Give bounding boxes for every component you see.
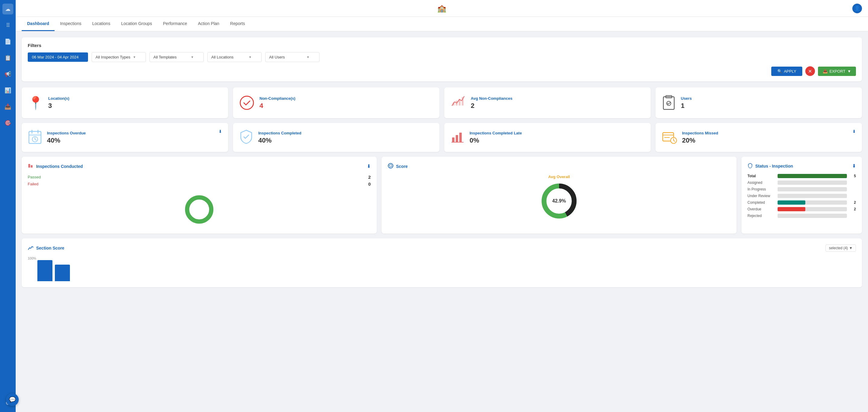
status-row: Under Review — [747, 194, 856, 198]
cloud-icon[interactable]: ☁ — [2, 4, 13, 14]
metric-avg-non-compliance: Avg Non-Compliances 2 — [444, 87, 651, 118]
metric-locations-value: 3 — [48, 102, 222, 110]
svg-point-28 — [187, 197, 211, 222]
metric-users-label: Users — [681, 96, 856, 101]
status-bar-fill — [778, 200, 805, 204]
export-button[interactable]: 📤 EXPORT ▼ — [818, 67, 856, 76]
document-icon[interactable]: 📄 — [2, 36, 13, 47]
metric-completed-late-value: 0% — [470, 136, 645, 145]
bar — [37, 260, 53, 281]
selected-button[interactable]: selected (4) ▼ — [826, 245, 856, 252]
bar — [55, 265, 70, 281]
megaphone-icon[interactable]: 📢 — [2, 69, 13, 80]
metric-overdue-value: 40% — [47, 136, 214, 145]
status-row-label: Rejected — [747, 214, 775, 218]
metric-completed-late-label: Inspections Completed Late — [470, 131, 645, 135]
chevron-down-icon: ▼ — [849, 246, 852, 250]
status-row-count: 2 — [850, 207, 856, 211]
section-score-icon — [28, 245, 34, 252]
metric-non-compliance-label: Non-Compliance(s) — [259, 96, 433, 101]
status-rows: Total 5 Assigned In Progress Under Revie… — [747, 174, 856, 218]
status-row: Assigned — [747, 181, 856, 185]
inspection-types-filter[interactable]: All Inspection Types ▼ — [92, 52, 146, 62]
filters-row: 06 Mar 2024 - 04 Apr 2024 All Inspection… — [28, 52, 856, 62]
tab-action-plan[interactable]: Action Plan — [193, 17, 225, 31]
tab-performance[interactable]: Performance — [158, 17, 193, 31]
tab-locations[interactable]: Locations — [87, 17, 116, 31]
status-bar-bg — [778, 207, 847, 211]
status-row: In Progress — [747, 187, 856, 191]
status-bar-bg — [778, 214, 847, 218]
passed-label: Passed — [28, 175, 41, 179]
metric-avg-label: Avg Non-Compliances — [471, 96, 645, 101]
metric-avg-value: 2 — [471, 102, 645, 110]
status-row-label: Completed — [747, 200, 775, 204]
download-overdue-icon[interactable]: ⬇ — [218, 129, 222, 134]
metric-completed-label: Inspections Completed — [258, 131, 433, 135]
chevron-down-icon: ▼ — [847, 69, 851, 73]
conducted-donut — [28, 191, 371, 227]
status-row: Completed 2 — [747, 200, 856, 204]
download-status-icon[interactable]: ⬇ — [852, 163, 856, 169]
svg-rect-4 — [462, 97, 464, 105]
svg-line-14 — [35, 139, 36, 140]
chevron-down-icon: ▼ — [191, 56, 194, 59]
svg-rect-3 — [459, 99, 461, 105]
inbox-icon[interactable]: 📥 — [2, 101, 13, 112]
document2-icon[interactable]: 📋 — [2, 53, 13, 63]
metric-completed-late: Inspections Completed Late 0% — [444, 123, 651, 152]
tab-dashboard[interactable]: Dashboard — [22, 17, 55, 31]
passed-value: 2 — [368, 175, 371, 180]
status-bar-bg — [778, 181, 847, 185]
score-donut: 42.9% — [539, 182, 579, 221]
metric-users: Users 1 — [655, 87, 862, 118]
status-row-label: Under Review — [747, 194, 775, 198]
score-icon — [388, 163, 394, 170]
metric-users-value: 1 — [681, 102, 856, 110]
svg-rect-2 — [456, 101, 458, 105]
download-conducted-icon[interactable]: ⬇ — [367, 163, 371, 169]
apply-button[interactable]: 🔍 APPLY — [771, 67, 802, 76]
calendar-clock-icon — [28, 129, 42, 146]
check-circle-icon — [239, 95, 255, 110]
clipboard-icon — [661, 94, 676, 111]
svg-rect-15 — [452, 137, 455, 142]
status-bar-fill — [778, 207, 805, 211]
section-score-card: Section Score selected (4) ▼ 100% — [22, 239, 862, 287]
templates-filter[interactable]: All Templates ▼ — [150, 52, 204, 62]
users-filter[interactable]: All Users ▼ — [265, 52, 319, 62]
date-range-filter[interactable]: 06 Mar 2024 - 04 Apr 2024 — [28, 53, 88, 62]
chevron-down-icon: ▼ — [249, 56, 252, 59]
status-row-count: 2 — [850, 200, 856, 204]
status-row: Overdue 2 — [747, 207, 856, 211]
bottom-grid: Inspections Conducted ⬇ Passed 2 Failed … — [22, 157, 862, 233]
status-row: Rejected — [747, 214, 856, 218]
locations-filter[interactable]: All Locations ▼ — [207, 52, 261, 62]
metric-non-compliance: Non-Compliance(s) 4 — [233, 87, 439, 118]
metric-missed: Inspections Missed 20% ⬇ — [655, 123, 862, 152]
content-area: Filters 06 Mar 2024 - 04 Apr 2024 All In… — [16, 31, 868, 412]
avg-chart-icon — [450, 93, 466, 112]
status-title: Status - Inspection — [755, 164, 793, 168]
status-card: Status - Inspection ⬇ Total 5 Assigned I… — [741, 157, 862, 233]
svg-point-0 — [240, 96, 253, 109]
metrics-row2: Inspections Overdue 40% ⬇ Inspections Co… — [22, 123, 862, 152]
chevron-down-icon: ▼ — [133, 56, 136, 59]
tab-inspections[interactable]: Inspections — [55, 17, 87, 31]
status-icon — [747, 163, 753, 169]
metric-missed-label: Inspections Missed — [682, 131, 847, 135]
chat-button[interactable]: 💬 — [6, 393, 19, 406]
status-bar-fill — [778, 174, 847, 178]
topbar: 🏫 👤 — [16, 0, 868, 17]
download-missed-icon[interactable]: ⬇ — [852, 129, 856, 134]
user-avatar[interactable]: 👤 — [852, 4, 862, 13]
target-icon[interactable]: 🎯 — [2, 118, 13, 128]
clear-button[interactable]: ✕ — [805, 66, 815, 76]
status-bar-bg — [778, 187, 847, 191]
chart-icon[interactable]: 📊 — [2, 85, 13, 96]
conducted-icon — [28, 163, 34, 170]
grid-icon[interactable]: ⠿ — [2, 20, 13, 31]
svg-point-29 — [388, 163, 393, 168]
tab-location-groups[interactable]: Location Groups — [116, 17, 158, 31]
tab-reports[interactable]: Reports — [225, 17, 250, 31]
